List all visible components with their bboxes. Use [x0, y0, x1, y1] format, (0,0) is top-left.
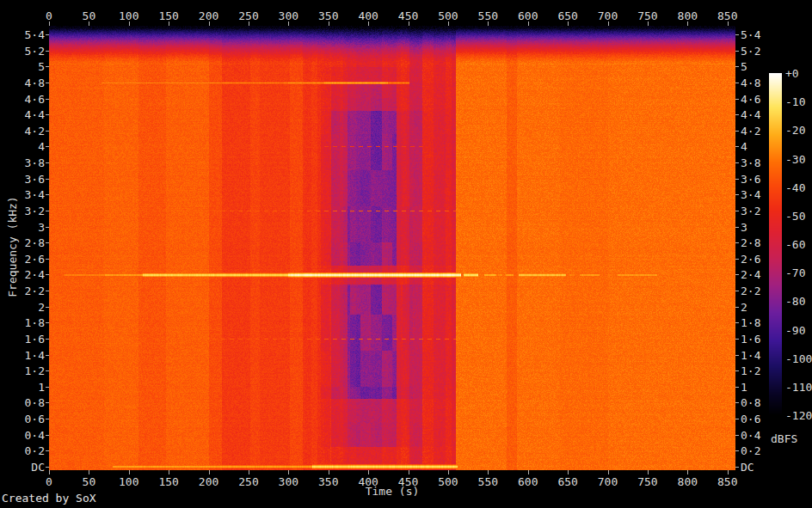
y-tick-mark — [735, 179, 739, 180]
sox-spectrogram-figure: Frequency (kHz) Time (s) dBFS Created by… — [0, 0, 812, 508]
x-tick-label: 200 — [199, 476, 218, 487]
y-tick-label: 3·2 — [741, 205, 760, 216]
x-tick-label: 700 — [598, 476, 618, 487]
y-tick-mark — [46, 435, 49, 436]
x-tick-mark — [728, 470, 729, 474]
x-tick-label: 450 — [398, 10, 418, 21]
y-tick-label: 1·6 — [9, 333, 45, 344]
y-tick-label: 0·4 — [741, 429, 760, 440]
y-tick-label: 5 — [741, 61, 747, 72]
y-tick-mark — [735, 387, 739, 388]
y-tick-mark — [46, 259, 49, 260]
y-tick-mark — [46, 339, 49, 340]
x-tick-label: 400 — [358, 10, 378, 21]
x-tick-label: 300 — [279, 476, 298, 487]
y-tick-label: 4·4 — [9, 109, 45, 120]
x-tick-label: 600 — [518, 10, 538, 21]
x-tick-mark — [448, 21, 449, 26]
y-tick-label: 1 — [9, 381, 45, 392]
y-tick-mark — [735, 162, 739, 163]
x-tick-mark — [528, 21, 529, 26]
x-tick-label: 850 — [717, 476, 737, 487]
x-tick-label: 750 — [637, 10, 657, 21]
colorbar-tick-label: -60 — [785, 239, 805, 250]
x-tick-mark — [89, 21, 89, 26]
y-tick-mark — [46, 51, 49, 52]
x-tick-mark — [329, 21, 329, 26]
x-tick-label: 850 — [717, 10, 737, 21]
x-tick-mark — [409, 470, 409, 474]
x-tick-label: 350 — [318, 10, 338, 21]
y-tick-label: 3 — [9, 221, 45, 232]
y-tick-mark — [46, 419, 49, 419]
y-tick-label: 1·8 — [741, 317, 760, 328]
y-tick-mark — [735, 211, 739, 211]
x-tick-mark — [648, 21, 649, 26]
x-tick-mark — [49, 21, 50, 26]
y-tick-mark — [46, 242, 49, 243]
y-tick-label: 3·8 — [741, 157, 760, 168]
y-tick-mark — [735, 194, 739, 195]
x-tick-label: 650 — [557, 10, 577, 21]
y-tick-mark — [735, 370, 739, 371]
x-tick-mark — [249, 21, 249, 26]
colorbar-tick-label: -40 — [785, 181, 805, 193]
x-tick-label: 750 — [637, 476, 657, 487]
x-tick-label: 550 — [478, 476, 498, 487]
colorbar-tick-label: -100 — [785, 352, 812, 364]
y-tick-label: 1·4 — [9, 349, 45, 360]
y-tick-mark — [46, 131, 49, 132]
x-tick-label: 250 — [238, 476, 258, 487]
y-tick-mark — [735, 419, 739, 419]
x-tick-label: 800 — [678, 10, 698, 21]
x-tick-label: 600 — [518, 476, 538, 487]
y-tick-label: 1·2 — [741, 365, 760, 376]
y-tick-label: 2·4 — [741, 269, 760, 280]
x-tick-label: 650 — [557, 476, 577, 487]
y-tick-label: 2·6 — [9, 253, 45, 264]
x-tick-mark — [448, 470, 449, 474]
y-tick-mark — [735, 450, 739, 451]
x-tick-mark — [568, 21, 569, 26]
y-tick-mark — [46, 450, 49, 451]
x-tick-mark — [129, 470, 130, 474]
y-tick-mark — [735, 83, 739, 83]
x-tick-label: 50 — [83, 10, 96, 21]
y-tick-label: 0·6 — [9, 413, 45, 425]
x-tick-mark — [288, 21, 289, 26]
y-tick-mark — [46, 402, 49, 403]
x-tick-mark — [528, 470, 529, 474]
y-tick-mark — [46, 194, 49, 195]
x-tick-mark — [568, 470, 569, 474]
y-tick-mark — [46, 99, 49, 100]
colorbar-tick-label: -120 — [785, 410, 812, 421]
colorbar-tick-label: -110 — [785, 381, 812, 392]
y-tick-mark — [46, 227, 49, 228]
y-tick-mark — [735, 339, 739, 340]
colorbar-unit-label: dBFS — [771, 433, 797, 444]
x-tick-mark — [288, 470, 289, 474]
y-tick-label: 3·4 — [9, 189, 45, 200]
x-tick-label: 300 — [279, 10, 298, 21]
y-tick-mark — [46, 66, 49, 67]
y-tick-label: 0·8 — [9, 397, 45, 408]
y-tick-label: 2 — [741, 301, 747, 312]
y-tick-label: 4·6 — [9, 93, 45, 104]
y-tick-label: 5·2 — [741, 45, 760, 56]
x-tick-mark — [169, 470, 169, 474]
x-tick-mark — [409, 21, 409, 26]
x-tick-mark — [728, 21, 729, 26]
colorbar-tick-label: -90 — [785, 324, 805, 335]
y-tick-mark — [46, 211, 49, 211]
x-tick-label: 150 — [158, 10, 178, 21]
y-tick-mark — [46, 162, 49, 163]
y-tick-label: 2·2 — [741, 285, 760, 297]
colorbar — [769, 73, 782, 416]
y-tick-mark — [46, 307, 49, 308]
x-tick-mark — [49, 470, 50, 474]
y-tick-label: 4·8 — [741, 77, 760, 88]
y-tick-label: 0·6 — [741, 413, 760, 425]
x-tick-mark — [169, 21, 169, 26]
x-tick-label: 500 — [438, 476, 458, 487]
x-tick-label: 450 — [398, 476, 418, 487]
